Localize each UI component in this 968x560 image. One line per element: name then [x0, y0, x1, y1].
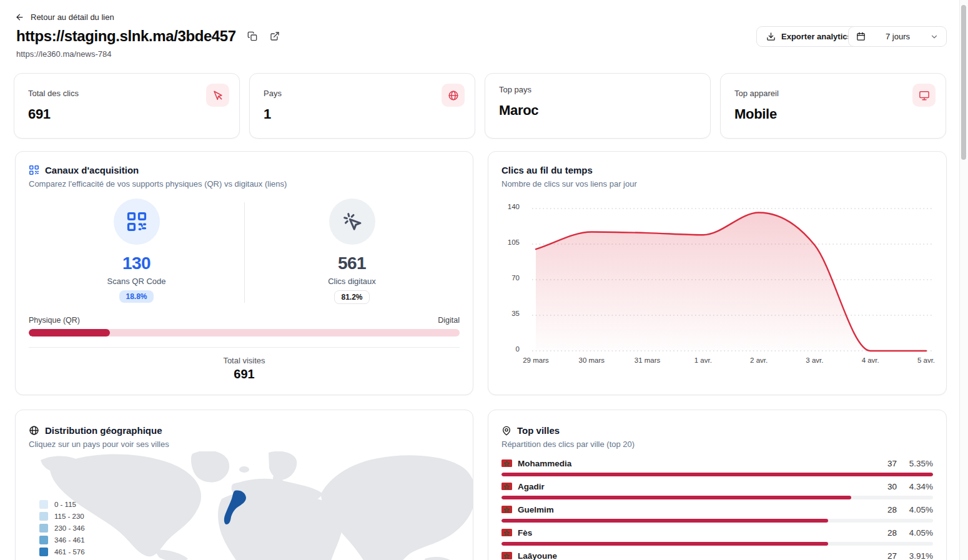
- city-row: Guelmim284.05%: [501, 504, 933, 523]
- arrow-left-icon: [15, 12, 24, 22]
- mouse-pointer-click-icon: [329, 199, 375, 245]
- geo-title: Distribution géographique: [45, 425, 162, 436]
- x-tick-label: 30 mars: [570, 356, 613, 364]
- city-count: 30: [876, 482, 897, 491]
- legend-label: 230 - 346: [54, 524, 85, 532]
- globe-icon: [29, 425, 39, 436]
- city-row: Mohammedia375.35%: [501, 458, 933, 476]
- divider: [29, 347, 460, 348]
- city-count: 28: [876, 505, 897, 514]
- legend-swatch: [39, 524, 48, 533]
- export-analytics-button[interactable]: Exporter analytics: [756, 26, 862, 47]
- export-analytics-label: Exporter analytics: [781, 32, 852, 41]
- legend-item: 0 - 115: [39, 500, 85, 509]
- scrollbar-thumb[interactable]: [961, 5, 966, 160]
- stat-value: 1: [264, 106, 461, 122]
- back-link[interactable]: Retour au détail du lien: [15, 12, 114, 22]
- copy-icon: [247, 31, 257, 41]
- qr-percent-badge: 18.8%: [119, 290, 153, 303]
- channels-subtitle: Comparez l'efficacité de vos supports ph…: [29, 179, 460, 189]
- stat-card-total-clicks: Total des clics 691: [14, 73, 240, 139]
- x-tick-label: 4 avr.: [849, 356, 892, 364]
- analytics-page: Retour au détail du lien https://staging…: [0, 0, 968, 560]
- qr-code-icon: [114, 199, 160, 245]
- city-percent: 5.35%: [897, 459, 933, 468]
- y-tick-label: 35: [495, 310, 520, 317]
- cursor-icon: [206, 84, 229, 107]
- stat-card-top-device: Top appareil Mobile: [720, 73, 946, 139]
- x-tick-label: 3 avr.: [793, 356, 836, 364]
- chart-title: Clics au fil du temps: [501, 165, 593, 175]
- digital-label: Digital: [438, 316, 460, 325]
- map-pin-icon: [501, 426, 511, 436]
- acquisition-channels-card: Canaux d'acquisition Comparez l'efficaci…: [15, 151, 473, 395]
- digital-clicks-label: Clics digitaux: [328, 277, 376, 286]
- legend-swatch: [39, 548, 48, 556]
- qr-scans-value: 130: [122, 253, 151, 273]
- monitor-icon: [912, 84, 936, 107]
- page-title: https://staging.slnk.ma/3bde457: [16, 27, 236, 45]
- total-visits-label: Total visites: [29, 356, 460, 365]
- stat-label: Total des clics: [28, 89, 225, 98]
- qr-channel-column: 130 Scans QR Code 18.8%: [29, 199, 244, 304]
- digital-clicks-value: 561: [338, 253, 366, 273]
- top-cities-card: Top villes Répartition des clics par vil…: [488, 410, 947, 560]
- qr-progress-fill: [29, 329, 110, 336]
- x-tick-label: 31 mars: [626, 356, 669, 364]
- city-percent: 4.05%: [897, 505, 933, 514]
- date-range-select[interactable]: 7 jours: [848, 26, 947, 47]
- chart-subtitle: Nombre de clics sur vos liens par jour: [501, 179, 933, 189]
- clicks-line-chart: [532, 207, 932, 350]
- legend-label: 0 - 115: [54, 501, 76, 508]
- stat-label: Pays: [264, 89, 461, 98]
- download-icon: [766, 32, 776, 41]
- city-row: Agadir304.34%: [501, 481, 933, 499]
- city-count: 37: [876, 459, 897, 468]
- city-count: 28: [876, 528, 897, 538]
- geo-subtitle: Cliquez sur un pays pour voir ses villes: [29, 440, 460, 449]
- divider: [244, 202, 245, 303]
- legend-swatch: [39, 512, 48, 521]
- city-bar: [501, 542, 933, 546]
- scrollbar-track[interactable]: [959, 0, 968, 560]
- morocco-flag-icon: [501, 506, 512, 513]
- digital-percent-badge: 81.2%: [334, 290, 369, 304]
- legend-label: 346 - 461: [54, 536, 85, 544]
- open-link-button[interactable]: [269, 30, 281, 42]
- destination-url: https://le360.ma/news-784: [16, 49, 111, 59]
- city-percent: 4.34%: [897, 482, 933, 491]
- x-tick-label: 29 mars: [514, 356, 558, 364]
- stat-value: 691: [28, 106, 225, 122]
- qr-vs-digital-progress-bar: [29, 329, 460, 336]
- city-name: Fès: [518, 528, 876, 538]
- morocco-flag-icon: [501, 552, 512, 559]
- back-link-label: Retour au détail du lien: [31, 12, 114, 22]
- cities-title: Top villes: [517, 425, 560, 436]
- chevron-down-icon: [930, 32, 939, 41]
- city-name: Mohammedia: [518, 459, 876, 468]
- morocco-flag-icon: [501, 483, 512, 490]
- date-range-value: 7 jours: [866, 32, 930, 41]
- city-count: 27: [876, 551, 897, 560]
- city-name: Guelmim: [518, 505, 876, 514]
- legend-item: 461 - 576: [39, 548, 85, 556]
- city-list: Mohammedia375.35%Agadir304.34%Guelmim284…: [501, 458, 933, 560]
- legend-swatch: [39, 536, 48, 544]
- y-tick-label: 70: [495, 274, 520, 282]
- cities-subtitle: Répartition des clics par ville (top 20): [501, 440, 933, 449]
- qr-scans-label: Scans QR Code: [107, 277, 166, 286]
- city-bar: [501, 519, 933, 523]
- copy-link-button[interactable]: [246, 30, 259, 42]
- city-row: Laâyoune273.91%: [501, 550, 933, 560]
- legend-item: 346 - 461: [39, 536, 85, 544]
- x-tick-label: 1 avr.: [681, 356, 725, 364]
- y-tick-label: 0: [495, 345, 520, 353]
- total-visits-value: 691: [29, 367, 460, 381]
- morocco-flag-icon: [501, 529, 512, 536]
- legend-label: 461 - 576: [54, 548, 85, 556]
- stat-label: Top appareil: [734, 89, 932, 98]
- y-tick-label: 140: [495, 203, 520, 210]
- globe-icon: [442, 84, 465, 107]
- digital-channel-column: 561 Clics digitaux 81.2%: [244, 199, 460, 304]
- stat-card-top-country: Top pays Maroc: [485, 73, 711, 139]
